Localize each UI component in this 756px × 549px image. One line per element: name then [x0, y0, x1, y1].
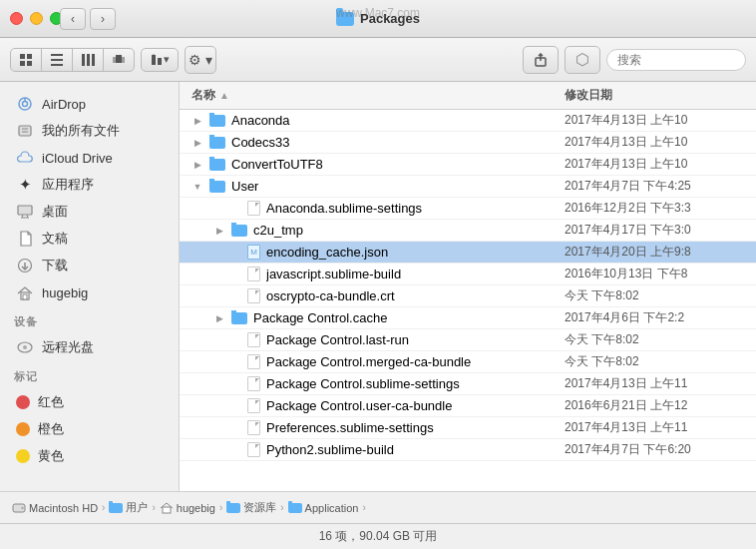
- file-area: 名称 ▲ 修改日期 ▶ Anaconda: [180, 82, 756, 491]
- table-row[interactable]: ▶ Package Control.cache 2017年4月6日 下午2:2: [180, 307, 756, 329]
- expand-arrow[interactable]: ▶: [191, 138, 203, 148]
- desktop-icon: [16, 203, 34, 221]
- red-tag-label: 红色: [38, 393, 64, 411]
- table-row[interactable]: Package Control.merged-ca-bundle 今天 下午8:…: [180, 351, 756, 373]
- icon-view-button[interactable]: [11, 49, 42, 71]
- orange-tag-dot: [16, 422, 30, 436]
- svg-rect-6: [51, 64, 63, 66]
- table-row[interactable]: oscrypto-ca-bundle.crt 今天 下午8:02: [180, 285, 756, 307]
- expand-arrow[interactable]: ▶: [213, 313, 225, 323]
- sidebar-item-airdrop[interactable]: AirDrop: [4, 91, 175, 117]
- svg-rect-7: [82, 54, 85, 66]
- file-row-name: Anaconda.sublime-settings: [191, 201, 565, 216]
- doc-icon: [247, 267, 260, 281]
- apps-label: 应用程序: [42, 176, 94, 194]
- expand-arrow[interactable]: ▼: [191, 182, 203, 192]
- expand-arrow[interactable]: ▶: [213, 226, 225, 236]
- sidebar-item-desktop[interactable]: 桌面: [4, 199, 175, 225]
- file-date: 2017年4月6日 下午2:2: [565, 309, 744, 326]
- file-row-name: ▶ Package Control.cache: [191, 310, 565, 325]
- table-row[interactable]: Package Control.last-run 今天 下午8:02: [180, 329, 756, 351]
- status-bar: 16 项，90.04 GB 可用: [0, 523, 756, 549]
- sidebar-item-apps[interactable]: ✦ 应用程序: [4, 172, 175, 198]
- expand-arrow[interactable]: ▶: [191, 116, 203, 126]
- docs-label: 文稿: [42, 230, 68, 248]
- breadcrumb-item-home[interactable]: hugebig: [160, 501, 215, 514]
- doc-icon: [247, 420, 260, 435]
- column-view-button[interactable]: [73, 49, 104, 71]
- sidebar-item-downloads[interactable]: 下载: [4, 253, 175, 278]
- table-row[interactable]: ▶ Codecs33 2017年4月13日 上午10: [180, 132, 756, 154]
- table-row[interactable]: ▼ User 2017年4月7日 下午4:25: [180, 176, 756, 198]
- view-mode-group: [10, 48, 135, 72]
- file-row-name: Package Control.user-ca-bundle: [191, 398, 565, 413]
- devices-section-label: 设备: [0, 306, 179, 333]
- table-row[interactable]: Package Control.user-ca-bundle 2016年6月21…: [180, 395, 756, 417]
- file-date: 今天 下午8:02: [565, 353, 744, 370]
- table-row[interactable]: Package Control.sublime-settings 2017年4月…: [180, 373, 756, 395]
- sidebar-item-tag-yellow[interactable]: 黄色: [4, 443, 175, 469]
- back-button[interactable]: ‹: [60, 8, 86, 30]
- sidebar-item-tag-orange[interactable]: 橙色: [4, 416, 175, 442]
- expand-arrow[interactable]: ▶: [191, 160, 203, 170]
- table-row[interactable]: Anaconda.sublime-settings 2016年12月2日 下午3…: [180, 198, 756, 220]
- breadcrumb-sep: ›: [362, 502, 365, 513]
- svg-rect-10: [116, 55, 122, 63]
- minimize-button[interactable]: [30, 12, 43, 25]
- arrange-group: ▾: [141, 48, 179, 72]
- arrange-button[interactable]: ▾: [142, 49, 178, 71]
- file-list: ▶ Anaconda 2017年4月13日 上午10 ▶: [180, 110, 756, 491]
- sidebar-item-docs[interactable]: 文稿: [4, 226, 175, 252]
- svg-point-33: [23, 345, 27, 349]
- table-row[interactable]: javascript.sublime-build 2016年10月13日 下午8: [180, 264, 756, 285]
- table-row[interactable]: ▶ ConvertToUTF8 2017年4月13日 上午10: [180, 154, 756, 176]
- tags-section-label: 标记: [0, 361, 179, 388]
- table-row[interactable]: Python2.sublime-build 2017年4月7日 下午6:20: [180, 439, 756, 461]
- remote-disk-icon: [16, 338, 34, 356]
- breadcrumb-item-resources[interactable]: 资源库: [226, 500, 276, 515]
- table-row[interactable]: ▶ Anaconda 2017年4月13日 上午10: [180, 110, 756, 132]
- col-name-text: 名称: [191, 87, 215, 104]
- icloud-icon: [16, 149, 34, 167]
- action-button[interactable]: ⚙ ▾: [185, 46, 216, 74]
- col-date-header[interactable]: 修改日期: [565, 87, 744, 104]
- red-tag-dot: [16, 395, 30, 409]
- sidebar-item-allfiles[interactable]: 我的所有文件: [4, 118, 175, 144]
- svg-rect-14: [158, 58, 162, 65]
- svg-rect-9: [92, 54, 95, 66]
- file-date: 今天 下午8:02: [565, 287, 744, 304]
- file-date: 2017年4月13日 上午11: [565, 375, 744, 392]
- forward-button[interactable]: ›: [90, 8, 116, 30]
- close-button[interactable]: [10, 12, 23, 25]
- table-row[interactable]: ▶ c2u_tmp 2017年4月17日 下午3:0: [180, 220, 756, 242]
- breadcrumb-item-application[interactable]: Application: [288, 502, 359, 514]
- status-text: 16 项，90.04 GB 可用: [319, 528, 438, 545]
- svg-rect-4: [51, 54, 63, 56]
- breadcrumb-item-users[interactable]: 用户: [109, 500, 148, 515]
- sidebar-item-tag-red[interactable]: 红色: [4, 389, 175, 415]
- file-name: ConvertToUTF8: [231, 157, 323, 172]
- file-row-name: Package Control.sublime-settings: [191, 376, 565, 391]
- file-date: 2016年12月2日 下午3:3: [565, 200, 744, 217]
- coverflow-view-button[interactable]: [104, 49, 134, 71]
- tags-button[interactable]: ⬡: [565, 46, 600, 74]
- sidebar-item-remote-disk[interactable]: 远程光盘: [4, 334, 175, 360]
- file-row-name: Package Control.last-run: [191, 332, 565, 347]
- file-list-header: 名称 ▲ 修改日期: [180, 82, 756, 110]
- table-row[interactable]: Preferences.sublime-settings 2017年4月13日 …: [180, 417, 756, 439]
- list-view-button[interactable]: [42, 49, 73, 71]
- sidebar-item-icloud[interactable]: iCloud Drive: [4, 145, 175, 171]
- folder-icon: [209, 137, 225, 149]
- breadcrumb-item-hdd[interactable]: Macintosh HD: [12, 502, 98, 514]
- file-date: 2017年4月7日 下午4:25: [565, 178, 744, 195]
- col-name-header[interactable]: 名称 ▲: [191, 87, 565, 104]
- search-input[interactable]: [606, 49, 746, 71]
- share-button[interactable]: [523, 46, 559, 74]
- file-row-name: M encoding_cache.json: [191, 245, 565, 260]
- svg-point-19: [23, 102, 28, 107]
- svg-rect-36: [163, 507, 171, 513]
- table-row[interactable]: M encoding_cache.json 2017年4月20日 上午9:8: [180, 242, 756, 264]
- file-row-name: oscrypto-ca-bundle.crt: [191, 288, 565, 303]
- sidebar-item-home[interactable]: hugebig: [4, 279, 175, 305]
- file-row-name: ▶ Anaconda: [191, 113, 565, 128]
